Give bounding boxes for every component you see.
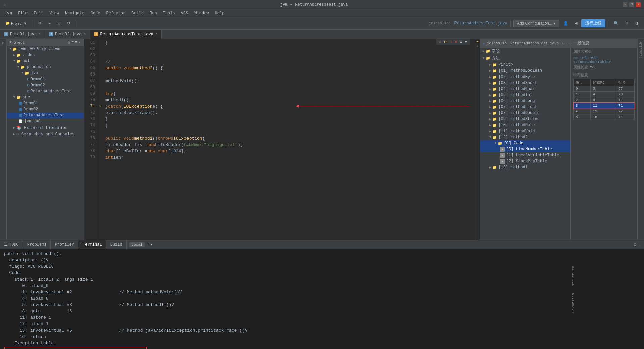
nav-up-btn[interactable]: ▲ [460,40,462,44]
collapse-icon[interactable]: ▼ [75,40,77,45]
close-panel-icon[interactable]: × [78,40,81,45]
method-void[interactable]: ▶ 📁 [11] methodVoid [480,128,570,134]
tree-item-jvmiml[interactable]: 📄 jvm.iml [7,118,84,124]
method-date[interactable]: ▶ 📁 [10] methodDate [480,122,570,128]
menu-run[interactable]: Run [147,10,160,16]
table-row[interactable]: 2 8 71 [574,97,635,103]
favorites-tab[interactable]: Favorites [571,290,637,315]
terminal-options-btn[interactable]: ▾ [150,242,153,247]
tab-profiler[interactable]: Profiler [51,240,78,249]
tab-close-demo02[interactable]: × [84,32,86,36]
project-dropdown[interactable]: 📁 Project ▼ [3,20,30,27]
table-row[interactable]: 1 4 70 [574,92,635,97]
method-char[interactable]: ▶ 📁 [04] methodChar [480,86,570,92]
terminal-line: 11: astore_1 [4,314,640,321]
back-icon-btn[interactable]: ◀ [572,20,580,27]
theme-toolbar-btn[interactable]: ◑ [633,20,641,27]
tree-item-scratches[interactable]: ▶ ✂ Scratches and Consoles [7,131,84,137]
menu-vcs[interactable]: VCS [178,10,191,16]
hide-bottom-btn[interactable]: _ [639,242,641,247]
code-content[interactable]: } // public void method2() { methodVoid(… [103,39,475,240]
method-code[interactable]: ▼ 📁 [0] Code [480,140,570,146]
method-short[interactable]: ▶ 📁 [03] methodShort [480,80,570,86]
add-terminal-btn[interactable]: + [147,242,149,247]
menu-window[interactable]: Window [192,10,211,16]
local-tab[interactable]: Local [129,242,145,247]
method-method1[interactable]: ▶ 📁 [13] method1 [480,164,570,170]
tab-close-return[interactable]: × [155,32,157,36]
terminal-content[interactable]: public void method2(); descriptor: ()V f… [0,249,644,349]
tree-item-returnaddress-class[interactable]: C ReturnAddressTest [7,88,84,94]
menu-code[interactable]: Code [88,10,103,16]
tree-item-demo02-class[interactable]: C Demo02 [7,82,84,88]
jclasslib-tab-icon[interactable]: jclasslib [638,40,644,60]
table-row[interactable]: 5 16 74 [574,114,635,120]
tab-build[interactable]: Build [106,240,127,249]
table-row[interactable]: 4 12 72 [574,109,635,114]
tree-icon-btn[interactable]: ⊞ [55,20,63,27]
method-byte[interactable]: ▶ 📁 [02] methodByte [480,74,570,80]
method-localvariable[interactable]: ≡ [1] LocalVariableTable [480,152,570,158]
tab-todo[interactable]: ☰ TODO [0,240,23,249]
method-stackmaptable[interactable]: ≡ [2] StackMapTable [480,158,570,164]
tree-item-returnaddress-java[interactable]: J ReturnAddressTest [7,112,84,118]
tab-demo02[interactable]: J Demo02.java × [45,30,90,39]
tree-item-jvm-root[interactable]: ▼ 📁 jvm DA\ProjectJvm [7,46,84,52]
user-icon-btn[interactable]: 👤 [560,20,571,27]
table-row[interactable]: 0 0 67 [574,86,635,92]
tree-item-external-libs[interactable]: ▶ 📚 External Libraries [7,124,84,131]
method-method2[interactable]: ▼ 📁 [12] method2 [480,134,570,140]
tree-item-out[interactable]: ▼ 📁 out [7,58,84,64]
menu-view[interactable]: View [47,10,62,16]
align-icon-btn[interactable]: ≡ [46,20,53,27]
tab-close-demo01[interactable]: × [39,32,41,36]
menu-file[interactable]: File [15,10,31,16]
search-toolbar-btn[interactable]: 🔍 [611,20,621,27]
settings-toolbar-btn[interactable]: ⚙ [623,20,631,27]
method-double[interactable]: ▶ 📁 [08] methodDouble [480,110,570,116]
tab-terminal[interactable]: Terminal [78,240,106,249]
table-row-selected[interactable]: 3 11 71 [574,103,635,109]
settings2-icon[interactable]: ≡ [71,40,74,45]
method-boolean[interactable]: ▶ 📁 [01] methodBoolean [480,68,570,74]
tree-item-idea[interactable]: ▶ 📁 .idea [7,52,84,58]
structure-tab[interactable]: Structure [571,263,637,289]
run-button[interactable]: 运行上线 [581,19,605,27]
add-configuration-button[interactable]: Add Configuration... ▾ [513,20,559,27]
fields-section[interactable]: ▶ 📁 字段 [480,48,570,55]
tree-item-demo01-java[interactable]: J Demo01 [7,100,84,106]
tab-problems[interactable]: Problems [23,240,51,249]
tree-item-demo01-class[interactable]: C Demo01 [7,76,84,82]
nav-down-btn[interactable]: ▼ [465,40,467,44]
settings-bottom-btn[interactable]: ⚙ [634,242,636,247]
cell-pc: 8 [591,97,616,103]
menu-edit[interactable]: Edit [31,10,46,16]
tree-item-demo02-java[interactable]: J Demo02 [7,106,84,112]
method-float[interactable]: ▶ 📁 [07] methodFloat [480,104,570,110]
menu-tools[interactable]: Tools [160,10,178,16]
menu-navigate[interactable]: Navigate [62,10,87,16]
method-init[interactable]: ▶ 📁 <init> [480,62,570,68]
close-button[interactable]: × [636,2,641,7]
tab-returnaddresstest[interactable]: J ReturnAddressTest.java × [90,30,161,39]
methods-section[interactable]: ▼ 📁 方法 [480,55,570,62]
method-int[interactable]: ▶ 📁 [05] methodInt [480,92,570,98]
minimize-button[interactable]: ─ [623,2,627,7]
settings-icon-btn[interactable]: ⚙ [36,20,44,27]
tree-item-production[interactable]: ▼ 📁 production [7,64,84,70]
project-icon-tab[interactable]: P [0,40,6,46]
method-long[interactable]: ▶ 📁 [06] methodLong [480,98,570,104]
maximize-button[interactable]: □ [629,2,634,7]
gear-icon[interactable]: ⚙ [68,40,70,45]
gear-icon-btn[interactable]: ⚙ [64,20,73,27]
method-linenumber[interactable]: ≡ [0] LineNumberTable [480,146,570,152]
menu-jvm[interactable]: jvm [2,10,15,16]
nav-back-btn[interactable]: ← [561,40,566,46]
menu-refactor[interactable]: Refactor [103,10,128,16]
tree-item-jvm-out[interactable]: ▼ 📁 jvm [7,70,84,76]
menu-build[interactable]: Build [129,10,146,16]
tab-demo01[interactable]: J Demo01.java × [0,30,45,39]
menu-help[interactable]: Help [212,10,227,16]
tree-item-src[interactable]: ▼ 📁 src [7,94,84,100]
method-string[interactable]: ▶ 📁 [09] methodString [480,116,570,122]
